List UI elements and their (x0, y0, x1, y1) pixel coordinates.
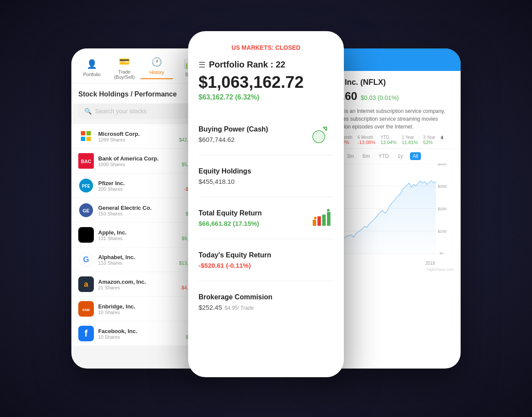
enbridge-logo: ENB (78, 301, 94, 317)
stock-info: Facebook, Inc. 10 Shares (98, 328, 181, 340)
stock-shares: 1269 Shares (98, 137, 175, 142)
stock-chart: $400 $300 $200 $100 $0 2016 2018 (329, 164, 454, 259)
stock-shares: 110 Shares (98, 260, 175, 266)
stock-shares: 1000 Shares (98, 162, 177, 167)
rank-icon: ☰ (199, 60, 205, 70)
nav-trade[interactable]: 💳 Trade (Buy/Sell) (108, 55, 141, 80)
chart-timeframe: 1m 3m 6m YTD 1y All (329, 152, 454, 160)
portfolio-value: $1,063,162.72 (199, 73, 333, 92)
stock-info: Apple, Inc. 131 Shares (98, 229, 177, 241)
stock-change: $0.03 (0.01%) (361, 94, 399, 101)
facebook-logo: f (78, 326, 94, 341)
stock-name: Apple, Inc. (98, 229, 177, 236)
svg-rect-16 (327, 212, 330, 226)
stat-label: Today's Equity Return (199, 251, 271, 259)
nav-history-label: History (149, 70, 164, 75)
portfolio-rank: ☰ Portfolio Rank : 22 (199, 60, 333, 70)
cash-icon: 💰 (309, 122, 333, 146)
svg-text:$400: $400 (438, 164, 447, 166)
period-return-item: 4 (441, 135, 443, 145)
stock-description: k, Inc. is an Internet subscription serv… (329, 107, 454, 131)
center-phone: US MARKETS: CLOSED ☰ Portfolio Rank : 22… (188, 31, 344, 377)
stock-name: Amazon.com, Inc. (98, 279, 176, 285)
search-icon: 🔍 (84, 108, 92, 115)
stat-value: -$520.61 (-0.11%) (199, 262, 271, 269)
period-return-item: YTD 13.04% (381, 135, 397, 145)
svg-text:PFE: PFE (82, 184, 90, 189)
period-return-item: 3 Year 52% (423, 135, 435, 145)
stock-info: General Electric Co. 150 Shares (98, 205, 181, 216)
market-status-label: US MARKETS: (231, 44, 273, 51)
stock-shares: 200 Shares (98, 186, 180, 192)
google-logo: G (78, 252, 94, 267)
stat-value: $66,661.82 (17.15%) (199, 220, 262, 227)
stat-value: $455,418.10 (199, 178, 251, 185)
stock-info: Pfizer Inc. 200 Shares (98, 180, 180, 192)
svg-text:$300: $300 (438, 184, 447, 189)
tf-1y[interactable]: 1y (396, 152, 405, 160)
stock-ticker-name: flix, Inc. (NFLX) (329, 78, 454, 87)
brokerage-sub: $4.95/ Trade (224, 305, 253, 311)
svg-text:$200: $200 (438, 207, 447, 211)
highcharts-credit: Highcharts.com (329, 267, 454, 272)
stock-info: Bank of America Corp. 1000 Shares (98, 155, 177, 167)
nav-history[interactable]: 🕐 History (141, 56, 173, 79)
nav-portfolio[interactable]: 👤 Portfolio (76, 58, 108, 77)
portfolio-icon: 👤 (86, 58, 98, 70)
tf-3m[interactable]: 3m (345, 152, 356, 160)
svg-rect-15 (322, 215, 326, 226)
stock-shares: 131 Shares (98, 236, 177, 241)
svg-text:$100: $100 (438, 229, 447, 234)
svg-text:BAC: BAC (81, 159, 91, 164)
stat-label: Total Equity Return (199, 209, 262, 217)
stock-name: Enbridge, Inc. (98, 303, 184, 310)
broker-icon: 🏦 (309, 290, 333, 314)
globe-chart-icon: 🌐 (309, 248, 333, 272)
ge-logo: GE (78, 202, 94, 218)
svg-rect-13 (313, 220, 316, 226)
history-icon: 🕐 (151, 56, 163, 68)
stock-name: General Electric Co. (98, 205, 181, 211)
stat-buying-power: Buying Power (Cash) $607,744.62 💰 (199, 113, 333, 155)
svg-text:🤲: 🤲 (314, 168, 330, 184)
trade-icon: 💳 (119, 55, 131, 67)
chart-x-2018: 2018 (426, 261, 435, 266)
stock-shares: 150 Shares (98, 211, 181, 216)
period-return-item: 6 Month -13.08% (358, 135, 375, 145)
svg-text:GE: GE (83, 208, 90, 213)
chart-bars-icon (309, 206, 333, 230)
apple-logo (78, 227, 94, 243)
svg-rect-14 (317, 216, 321, 226)
tf-ytd[interactable]: YTD (377, 152, 391, 160)
bac-logo: BAC (78, 153, 94, 169)
svg-marker-26 (329, 181, 436, 254)
period-returns: h 3 Month -2.2% 6 Month -13.08% YTD 13.0… (329, 135, 454, 145)
tf-all[interactable]: All (410, 152, 421, 160)
market-status: US MARKETS: CLOSED (199, 44, 333, 51)
stock-name: Bank of America Corp. (98, 155, 177, 162)
stat-label: Buying Power (Cash) (199, 125, 268, 133)
stat-value: $607,744.62 (199, 136, 268, 143)
svg-text:🌐: 🌐 (314, 253, 329, 267)
search-bar[interactable]: 🔍 Search your stocks (78, 103, 203, 119)
svg-text:$0: $0 (439, 252, 444, 254)
amazon-logo: a (78, 276, 94, 292)
stock-name: Pfizer Inc. (98, 180, 180, 186)
equity-icon: 🤲 (309, 164, 333, 188)
svg-point-17 (314, 217, 317, 219)
stock-name: Alphabet, Inc. (98, 254, 175, 260)
pfizer-logo: PFE (78, 178, 94, 193)
rank-text: Portfolio Rank : 22 (209, 60, 285, 70)
stat-brokerage: Brokerage Commision $252.45 $4.95/ Trade… (199, 281, 333, 323)
stock-name: Microsoft Corp. (98, 131, 175, 137)
stock-info: Amazon.com, Inc. 21 Shares (98, 279, 176, 290)
stock-info: Alphabet, Inc. 110 Shares (98, 254, 175, 266)
tf-6m[interactable]: 6m (361, 152, 372, 160)
stat-todays-equity: Today's Equity Return -$520.61 (-0.11%) … (199, 239, 333, 281)
stock-shares: 10 Shares (98, 334, 181, 340)
stat-label: Brokerage Commision (199, 293, 272, 301)
period-return-item: 1 Year 11.81% (402, 135, 418, 145)
svg-text:G: G (83, 255, 89, 264)
nav-portfolio-label: Portfolio (83, 72, 100, 77)
market-status-value: CLOSED (275, 44, 300, 51)
